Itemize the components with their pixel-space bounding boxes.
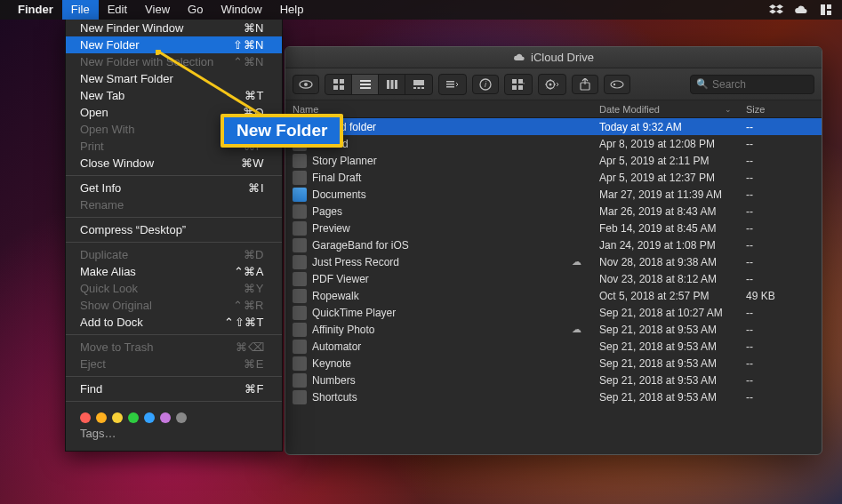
menu-item-new-finder-window[interactable]: New Finder Window⌘N: [66, 20, 282, 36]
tags-menu-item[interactable]: Tags…: [66, 425, 282, 445]
file-row[interactable]: NumbersSep 21, 2018 at 9:53 AM--: [285, 372, 822, 388]
search-field[interactable]: 🔍: [690, 75, 814, 94]
svg-rect-0: [821, 4, 825, 15]
app-icon: [293, 171, 307, 185]
arrange-button[interactable]: [439, 75, 466, 94]
menu-item-label: New Folder: [80, 38, 139, 52]
menu-item-label: Compress “Desktop”: [80, 223, 186, 236]
column-headers[interactable]: Name Date Modified⌄ Size: [285, 100, 822, 118]
tag-swatch[interactable]: [80, 412, 91, 423]
file-row[interactable]: QuickTime PlayerSep 21, 2018 at 10:27 AM…: [285, 304, 822, 321]
file-row[interactable]: ShortcutsSep 21, 2018 at 9:53 AM--: [285, 388, 822, 405]
tags-button[interactable]: [604, 75, 630, 94]
share-button[interactable]: [572, 75, 598, 94]
menu-item-new-folder[interactable]: New Folder⇧⌘N: [66, 36, 282, 53]
dropbox-icon[interactable]: [769, 3, 783, 17]
tag-swatch[interactable]: [96, 412, 107, 423]
file-size: --: [739, 138, 822, 150]
cloud-download-icon[interactable]: ☁: [572, 324, 581, 335]
menu-item-label: Add to Dock: [80, 316, 143, 329]
menubar-item-window[interactable]: Window: [212, 0, 270, 20]
column-view-button[interactable]: [379, 75, 405, 94]
svg-rect-26: [512, 79, 517, 84]
file-date: Nov 23, 2018 at 8:12 AM: [592, 273, 739, 285]
file-row[interactable]: Story PlannerApr 5, 2019 at 2:11 PM--: [285, 152, 822, 169]
svg-rect-7: [333, 79, 338, 84]
icon-view-button[interactable]: [325, 75, 352, 94]
action-button[interactable]: [539, 75, 565, 94]
file-row[interactable]: PreviewFeb 14, 2019 at 8:45 AM--: [285, 220, 822, 236]
svg-rect-29: [518, 85, 523, 90]
menu-item-label: Duplicate: [80, 248, 128, 261]
file-size: --: [739, 205, 822, 218]
svg-rect-28: [512, 85, 517, 90]
gallery-view-button[interactable]: [405, 75, 432, 94]
file-row[interactable]: UntitledApr 8, 2019 at 12:08 PM--: [285, 135, 822, 152]
tag-swatch[interactable]: [144, 412, 155, 423]
column-header-date[interactable]: Date Modified⌄: [592, 104, 739, 115]
svg-rect-13: [360, 87, 371, 89]
tag-swatch[interactable]: [128, 412, 139, 423]
menu-item-get-info[interactable]: Get Info⌘I: [66, 180, 282, 196]
svg-rect-20: [421, 87, 424, 89]
tag-swatch[interactable]: [160, 412, 171, 423]
menu-item-label: New Folder with Selection: [80, 55, 213, 68]
menubar-item-edit[interactable]: Edit: [99, 0, 136, 20]
file-size: --: [739, 391, 822, 404]
info-button[interactable]: i: [472, 75, 499, 94]
menu-item-label: Make Alias: [80, 265, 136, 278]
file-row[interactable]: Final DraftApr 5, 2019 at 12:37 PM--: [285, 169, 822, 186]
menubar-app-name[interactable]: Finder: [9, 0, 62, 20]
column-header-name[interactable]: Name: [285, 104, 592, 115]
svg-rect-16: [395, 80, 397, 89]
menu-item-add-to-dock[interactable]: Add to Dock⌃⇧⌘T: [66, 314, 282, 331]
menu-item-new-tab[interactable]: New Tab⌘T: [66, 87, 282, 104]
menu-item-new-folder-with-selection: New Folder with Selection⌃⌘N: [66, 53, 282, 70]
file-row[interactable]: GarageBand for iOSJan 24, 2019 at 1:08 P…: [285, 236, 822, 253]
file-row[interactable]: RopewalkOct 5, 2018 at 2:57 PM49 KB: [285, 287, 822, 304]
column-header-size[interactable]: Size: [739, 104, 822, 115]
svg-rect-27: [518, 79, 523, 84]
cloud-download-icon[interactable]: ☁: [572, 256, 581, 268]
file-row[interactable]: PagesMar 26, 2019 at 8:43 AM--: [285, 203, 822, 220]
tag-swatch[interactable]: [176, 412, 187, 423]
menu-item-compress-desktop[interactable]: Compress “Desktop”: [66, 221, 282, 238]
file-date: Oct 5, 2018 at 2:57 PM: [592, 290, 739, 302]
menubar-item-help[interactable]: Help: [271, 0, 313, 20]
menu-item-close-window[interactable]: Close Window⌘W: [66, 155, 282, 172]
menu-item-new-smart-folder[interactable]: New Smart Folder: [66, 70, 282, 87]
svg-rect-2: [827, 11, 831, 15]
tag-swatch[interactable]: [112, 412, 123, 423]
file-row[interactable]: Just Press Record☁Nov 28, 2018 at 9:38 A…: [285, 253, 822, 270]
svg-rect-22: [446, 84, 454, 85]
file-row[interactable]: Affinity Photo☁Sep 21, 2018 at 9:53 AM--: [285, 321, 822, 338]
file-row[interactable]: AutomatorSep 21, 2018 at 9:53 AM--: [285, 338, 822, 355]
menu-separator: [66, 175, 282, 176]
file-row[interactable]: KeynoteSep 21, 2018 at 9:53 AM--: [285, 355, 822, 372]
file-row[interactable]: DocumentsMar 27, 2019 at 11:39 AM--: [285, 186, 822, 203]
menu-extras-icon[interactable]: [819, 3, 833, 17]
file-row[interactable]: untitled folderToday at 9:32 AM--: [285, 118, 822, 135]
window-titlebar[interactable]: iCloud Drive: [285, 47, 822, 68]
svg-point-34: [613, 83, 615, 84]
cloud-icon[interactable]: [794, 3, 808, 17]
menu-item-label: Open: [80, 106, 108, 119]
menu-item-find[interactable]: Find⌘F: [66, 380, 282, 397]
quicklook-button[interactable]: [293, 75, 319, 94]
app-icon: [293, 154, 307, 168]
menu-item-make-alias[interactable]: Make Alias⌃⌘A: [66, 263, 282, 280]
group-button[interactable]: [505, 75, 532, 94]
app-icon: [293, 255, 307, 269]
list-view-button[interactable]: [352, 75, 379, 94]
menubar: Finder FileEditViewGoWindowHelp: [0, 0, 842, 20]
menubar-item-view[interactable]: View: [136, 0, 179, 20]
file-size: --: [739, 155, 822, 167]
menubar-item-file[interactable]: File: [62, 0, 99, 20]
file-list[interactable]: untitled folderToday at 9:32 AM--Untitle…: [285, 118, 822, 454]
svg-point-31: [549, 83, 552, 85]
search-input[interactable]: [712, 78, 808, 91]
file-name: Numbers: [312, 374, 356, 387]
window-title: iCloud Drive: [531, 51, 594, 64]
menubar-item-go[interactable]: Go: [179, 0, 212, 20]
file-row[interactable]: PDF ViewerNov 23, 2018 at 8:12 AM--: [285, 270, 822, 287]
